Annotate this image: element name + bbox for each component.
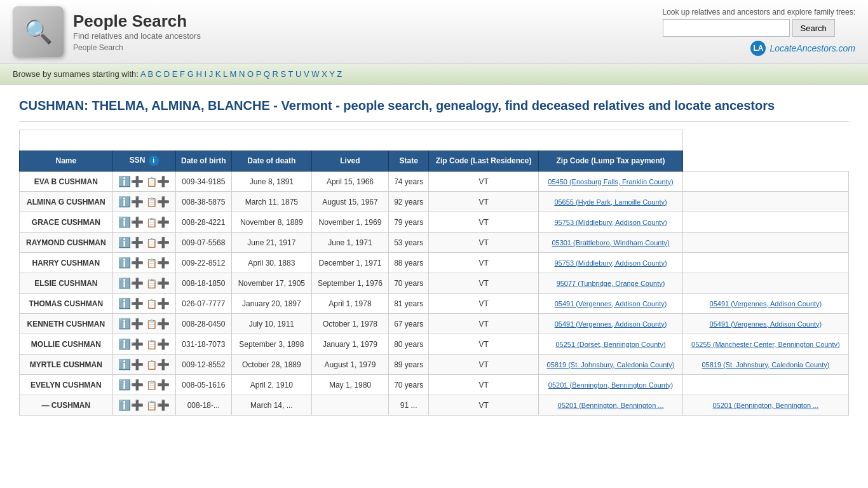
cell-zip2[interactable] <box>682 273 848 294</box>
cell-zip2[interactable]: 05255 (Manchester Center, Bennington Cou… <box>682 334 848 355</box>
zip1-link[interactable]: 95077 (Tunbridge, Orange County) <box>557 280 665 287</box>
cell-zip2[interactable] <box>682 172 848 192</box>
letter-link-V[interactable]: V <box>304 69 309 79</box>
letter-link-C[interactable]: C <box>156 69 161 79</box>
doc-icon[interactable]: 📋 <box>146 360 157 370</box>
cell-zip2[interactable]: 05491 (Vergennes, Addison County) <box>682 314 848 334</box>
cell-zip1[interactable]: 95753 (Middlebury, Addison County) <box>539 253 683 273</box>
letter-link-G[interactable]: G <box>187 69 194 79</box>
letter-link-U[interactable]: U <box>295 69 301 79</box>
letter-link-B[interactable]: B <box>147 69 153 79</box>
letter-link-F[interactable]: F <box>180 69 185 79</box>
doc-icon[interactable]: 📋 <box>146 299 157 309</box>
add-icon[interactable]: ➕ <box>131 339 144 349</box>
doc-plus-icon[interactable]: ➕ <box>157 339 170 349</box>
zip1-link[interactable]: 05301 (Brattleboro, Windham County) <box>552 239 669 247</box>
doc-plus-icon[interactable]: ➕ <box>157 298 170 309</box>
zip1-link[interactable]: 05819 (St. Johnsbury, Caledonia County) <box>547 361 675 369</box>
cell-zip2[interactable]: 05819 (St. Johnsbury, Caledonia County) <box>682 355 848 375</box>
add-icon[interactable]: ➕ <box>131 359 144 370</box>
cell-zip1[interactable]: 95753 (Middlebury, Addison County) <box>539 212 683 233</box>
doc-plus-icon[interactable]: ➕ <box>157 359 170 370</box>
cell-zip2[interactable]: 05201 (Bennington, Bennington ... <box>682 395 848 416</box>
add-icon[interactable]: ➕ <box>131 196 144 207</box>
doc-plus-icon[interactable]: ➕ <box>157 257 170 268</box>
doc-icon[interactable]: 📋 <box>146 238 157 248</box>
cell-zip1[interactable]: 05201 (Bennington, Bennington County) <box>539 375 683 395</box>
info-plus-icon[interactable]: ℹ️ <box>118 257 131 268</box>
cell-zip2[interactable] <box>682 253 848 273</box>
letter-link-Q[interactable]: Q <box>264 69 270 79</box>
ssn-info-icon[interactable]: i <box>149 156 159 166</box>
doc-plus-icon[interactable]: ➕ <box>157 176 170 187</box>
locate-ancestors-link[interactable]: LocateAncestors.com <box>770 43 855 53</box>
info-plus-icon[interactable]: ℹ️ <box>118 237 131 248</box>
doc-plus-icon[interactable]: ➕ <box>157 196 170 207</box>
cell-zip1[interactable]: 05301 (Brattleboro, Windham County) <box>539 233 683 253</box>
zip1-link[interactable]: 05491 (Vergennes, Addison County) <box>555 300 667 308</box>
doc-icon[interactable]: 📋 <box>146 380 157 390</box>
info-plus-icon[interactable]: ℹ️ <box>118 400 131 410</box>
info-plus-icon[interactable]: ℹ️ <box>118 359 131 370</box>
info-plus-icon[interactable]: ℹ️ <box>118 379 131 390</box>
cell-zip1[interactable]: 05819 (St. Johnsbury, Caledonia County) <box>539 355 683 375</box>
info-plus-icon[interactable]: ℹ️ <box>118 318 131 329</box>
cell-zip2[interactable] <box>682 375 848 395</box>
cell-zip1[interactable]: 05655 (Hyde Park, Lamoille County) <box>539 192 683 212</box>
search-input[interactable] <box>663 19 790 37</box>
letter-link-M[interactable]: M <box>229 69 236 79</box>
cell-zip1[interactable]: 05251 (Dorset, Bennington County) <box>539 334 683 355</box>
doc-plus-icon[interactable]: ➕ <box>157 400 170 410</box>
cell-zip1[interactable]: 95077 (Tunbridge, Orange County) <box>539 273 683 294</box>
add-icon[interactable]: ➕ <box>131 176 144 187</box>
add-icon[interactable]: ➕ <box>131 278 144 288</box>
info-plus-icon[interactable]: ℹ️ <box>118 176 131 187</box>
cell-zip1[interactable]: 05450 (Enosburg Falls, Franklin County) <box>539 172 683 192</box>
letter-link-A[interactable]: A <box>140 69 146 79</box>
zip2-link[interactable]: 05201 (Bennington, Bennington ... <box>712 402 818 409</box>
letter-link-Y[interactable]: Y <box>329 69 334 79</box>
letter-link-H[interactable]: H <box>196 69 201 79</box>
zip1-link[interactable]: 05655 (Hyde Park, Lamoille County) <box>554 198 667 206</box>
doc-icon[interactable]: 📋 <box>146 197 157 207</box>
doc-icon[interactable]: 📋 <box>146 217 157 227</box>
zip1-link[interactable]: 05491 (Vergennes, Addison County) <box>555 320 667 328</box>
zip1-link[interactable]: 05201 (Bennington, Bennington ... <box>558 402 664 409</box>
doc-plus-icon[interactable]: ➕ <box>157 278 170 288</box>
letter-link-O[interactable]: O <box>247 69 254 79</box>
doc-icon[interactable]: 📋 <box>146 319 157 329</box>
info-plus-icon[interactable]: ℹ️ <box>118 278 131 288</box>
letter-link-P[interactable]: P <box>256 69 261 79</box>
search-button[interactable]: Search <box>792 19 835 37</box>
letter-link-N[interactable]: N <box>239 69 245 79</box>
cell-zip2[interactable] <box>682 233 848 253</box>
doc-plus-icon[interactable]: ➕ <box>157 379 170 390</box>
letter-link-D[interactable]: D <box>164 69 170 79</box>
cell-zip2[interactable] <box>682 192 848 212</box>
info-plus-icon[interactable]: ℹ️ <box>118 298 131 309</box>
zip1-link[interactable]: 05450 (Enosburg Falls, Franklin County) <box>548 178 673 186</box>
zip1-link[interactable]: 95753 (Middlebury, Addison County) <box>554 259 667 267</box>
letter-link-R[interactable]: R <box>273 69 278 79</box>
add-icon[interactable]: ➕ <box>131 379 144 390</box>
zip1-link[interactable]: 05201 (Bennington, Bennington County) <box>548 381 673 389</box>
add-icon[interactable]: ➕ <box>131 217 144 227</box>
letter-link-L[interactable]: L <box>223 69 227 79</box>
info-plus-icon[interactable]: ℹ️ <box>118 339 131 349</box>
letter-link-W[interactable]: W <box>311 69 319 79</box>
doc-icon[interactable]: 📋 <box>146 339 157 349</box>
cell-zip1[interactable]: 05201 (Bennington, Bennington ... <box>539 395 683 416</box>
info-plus-icon[interactable]: ℹ️ <box>118 217 131 227</box>
zip2-link[interactable]: 05491 (Vergennes, Addison County) <box>710 300 822 308</box>
add-icon[interactable]: ➕ <box>131 298 144 309</box>
cell-zip2[interactable]: 05491 (Vergennes, Addison County) <box>682 294 848 314</box>
zip1-link[interactable]: 05251 (Dorset, Bennington County) <box>556 341 666 348</box>
doc-plus-icon[interactable]: ➕ <box>157 318 170 329</box>
cell-zip1[interactable]: 05491 (Vergennes, Addison County) <box>539 294 683 314</box>
zip1-link[interactable]: 95753 (Middlebury, Addison County) <box>554 219 667 226</box>
add-icon[interactable]: ➕ <box>131 318 144 329</box>
add-icon[interactable]: ➕ <box>131 400 144 410</box>
doc-plus-icon[interactable]: ➕ <box>157 217 170 227</box>
doc-icon[interactable]: 📋 <box>146 258 157 268</box>
zip2-link[interactable]: 05491 (Vergennes, Addison County) <box>710 320 822 328</box>
